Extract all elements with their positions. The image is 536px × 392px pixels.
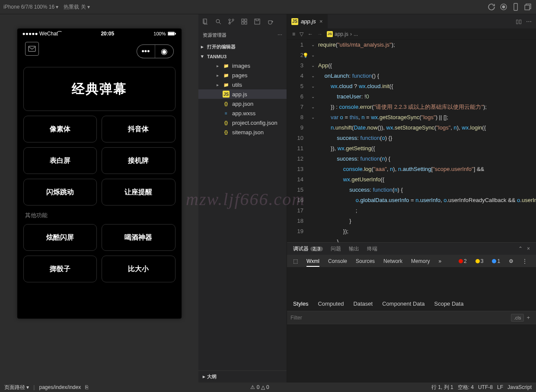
feature-button[interactable]: 炫酷闪屏 bbox=[23, 224, 97, 251]
carrier-label: ●●●●● WeChat⁀ bbox=[22, 31, 62, 37]
explorer-sidebar: 资源管理器⋯ ▸打开的编辑器 ▾TANMU3 ▸📁images▸📁pages▸📁… bbox=[198, 14, 287, 383]
search-icon[interactable] bbox=[215, 18, 222, 25]
phone-icon[interactable] bbox=[511, 2, 520, 12]
feature-button[interactable]: 比大小 bbox=[102, 256, 175, 282]
feature-button[interactable]: 像素体 bbox=[23, 116, 97, 142]
eol[interactable]: LF bbox=[497, 384, 503, 390]
feature-button[interactable]: 让座提醒 bbox=[102, 179, 175, 205]
topbar: iPhone 6/7/8 100% 16 ▾ 热重载 关 ▾ bbox=[0, 0, 536, 14]
window-icon[interactable] bbox=[523, 2, 533, 12]
svg-point-9 bbox=[216, 19, 220, 23]
split-icon[interactable]: ▯▯ bbox=[516, 18, 522, 25]
indent-setting[interactable]: 空格: 4 bbox=[458, 384, 474, 391]
hot-reload-toggle[interactable]: 热重载 关 ▾ bbox=[61, 3, 93, 12]
page-path-label[interactable]: 页面路径 ▾ bbox=[4, 384, 29, 391]
subtab-dataset[interactable]: Dataset bbox=[353, 300, 373, 307]
explorer-title: 资源管理器 bbox=[203, 32, 227, 38]
refresh-icon[interactable] bbox=[487, 2, 496, 12]
feature-button[interactable]: 闪烁跳动 bbox=[23, 179, 97, 205]
tree-item[interactable]: {}sitemap.json bbox=[198, 127, 287, 137]
inspect-icon[interactable]: ⬚ bbox=[293, 258, 298, 264]
tree-item[interactable]: {}project.config.json bbox=[198, 118, 287, 127]
svg-rect-16 bbox=[245, 22, 247, 24]
project-section[interactable]: ▾TANMU3 bbox=[198, 52, 287, 61]
panel-network[interactable]: Network bbox=[383, 258, 402, 264]
hero-card[interactable]: 经典弹幕 bbox=[23, 67, 175, 111]
back-icon[interactable]: ← bbox=[308, 31, 313, 37]
bookmark-icon[interactable]: ▽ bbox=[300, 31, 303, 37]
error-count[interactable]: 2 bbox=[459, 258, 467, 264]
tree-item[interactable]: ▸📁utils bbox=[198, 80, 287, 89]
panel-memory[interactable]: Memory bbox=[411, 258, 430, 264]
tree-item[interactable]: ≡app.wxss bbox=[198, 108, 287, 118]
files-icon[interactable] bbox=[202, 18, 209, 25]
tab-terminal[interactable]: 终端 bbox=[367, 245, 377, 253]
cls-toggle[interactable]: .cls bbox=[511, 314, 524, 322]
svg-rect-5 bbox=[168, 32, 174, 35]
more-panels-icon[interactable]: » bbox=[438, 258, 441, 264]
subtab-computed[interactable]: Computed bbox=[318, 300, 344, 307]
tab-appjs[interactable]: JSapp.js× bbox=[287, 14, 328, 28]
tree-item[interactable]: ▸📁images bbox=[198, 61, 287, 70]
panel-console[interactable]: Console bbox=[328, 258, 347, 264]
forward-icon[interactable]: → bbox=[317, 31, 322, 37]
copy-icon[interactable]: ⎘ bbox=[85, 384, 88, 390]
chevron-up-icon[interactable]: ⌃ bbox=[518, 246, 523, 252]
add-rule-icon[interactable]: + bbox=[524, 314, 533, 321]
more-icon[interactable]: ⋯ bbox=[278, 32, 282, 38]
list-icon[interactable]: ≡ bbox=[292, 31, 295, 37]
outline-section[interactable]: ▸大纲 bbox=[198, 370, 287, 383]
subtab-styles[interactable]: Styles bbox=[293, 300, 308, 307]
menu-icon[interactable]: ⋮ bbox=[522, 258, 527, 264]
tab-bar: JSapp.js× ▯▯⋯ bbox=[287, 14, 536, 28]
extensions-icon[interactable] bbox=[241, 18, 248, 25]
tab-output[interactable]: 输出 bbox=[349, 245, 359, 253]
cursor-pos[interactable]: 行 1, 列 1 bbox=[431, 384, 453, 391]
device-selector[interactable]: iPhone 6/7/8 100% 16 ▾ bbox=[3, 4, 58, 10]
panel-sources[interactable]: Sources bbox=[356, 258, 375, 264]
svg-rect-13 bbox=[242, 19, 244, 21]
svg-rect-7 bbox=[29, 46, 35, 51]
subtab-component[interactable]: Component Data bbox=[382, 300, 424, 307]
warn-count[interactable]: 3 bbox=[475, 258, 484, 264]
page-path[interactable]: pages/index/index bbox=[39, 384, 81, 390]
feature-button[interactable]: 接机牌 bbox=[102, 147, 175, 174]
close-icon[interactable]: × bbox=[527, 246, 530, 252]
more-icon[interactable]: ⋯ bbox=[526, 18, 532, 25]
mail-icon[interactable] bbox=[25, 42, 39, 56]
feature-button[interactable]: 掷骰子 bbox=[23, 256, 97, 282]
capsule-more-icon[interactable]: ••• bbox=[137, 45, 155, 58]
cup-icon[interactable] bbox=[267, 18, 274, 25]
open-editors-section[interactable]: ▸打开的编辑器 bbox=[198, 42, 287, 52]
subtab-scope[interactable]: Scope Data bbox=[434, 300, 463, 307]
encoding[interactable]: UTF-8 bbox=[478, 384, 493, 390]
code-area[interactable]: 12345678910111213141516171819💡 ⌄⌄⌄⌄⌄⌄⌄⌄ … bbox=[287, 40, 536, 242]
svg-rect-17 bbox=[255, 19, 260, 24]
tree-item[interactable]: JSapp.js bbox=[198, 89, 287, 99]
branch-icon[interactable] bbox=[228, 18, 235, 25]
feature-button[interactable]: 喝酒神器 bbox=[102, 224, 175, 251]
panel-wxml[interactable]: Wxml bbox=[306, 258, 319, 267]
filter-input[interactable] bbox=[290, 315, 511, 321]
save-icon[interactable] bbox=[254, 18, 261, 25]
language-mode[interactable]: JavaScript bbox=[507, 384, 532, 390]
gear-icon[interactable]: ⚙ bbox=[509, 258, 514, 264]
info-count[interactable]: 1 bbox=[492, 258, 500, 264]
tab-problems[interactable]: 问题 bbox=[331, 245, 341, 253]
record-icon[interactable] bbox=[499, 2, 508, 12]
lightbulb-icon[interactable]: 💡 bbox=[303, 50, 309, 60]
tree-item[interactable]: {}app.json bbox=[198, 99, 287, 108]
tab-debugger[interactable]: 调试器2, 3 bbox=[293, 245, 323, 253]
js-icon: JS bbox=[223, 91, 230, 98]
capsule-menu[interactable]: •••◉ bbox=[137, 44, 174, 58]
feature-button[interactable]: 表白屏 bbox=[23, 147, 97, 174]
breadcrumb-file[interactable]: app.js bbox=[335, 31, 348, 37]
editor-panel: JSapp.js× ▯▯⋯ ≡ ▽ ← → JSapp.js›... 12345… bbox=[287, 14, 536, 383]
feature-button[interactable]: 抖音体 bbox=[102, 116, 175, 142]
svg-rect-14 bbox=[245, 19, 247, 21]
capsule-target-icon[interactable]: ◉ bbox=[155, 45, 173, 58]
problems-indicator[interactable]: ⚠ 0 △ 0 bbox=[250, 384, 269, 390]
tree-item[interactable]: ▸📁pages bbox=[198, 70, 287, 80]
close-tab-icon[interactable]: × bbox=[319, 18, 324, 25]
svg-rect-15 bbox=[242, 22, 244, 24]
